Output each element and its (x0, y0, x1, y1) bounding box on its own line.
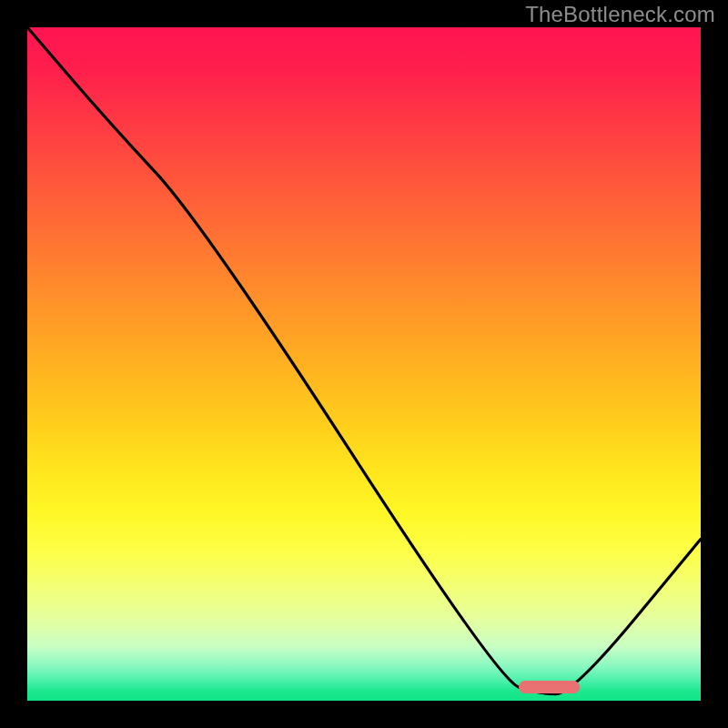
watermark-text: TheBottleneck.com (525, 2, 715, 27)
plot-area (27, 27, 701, 701)
bottleneck-curve (27, 27, 701, 701)
chart-frame: TheBottleneck.com (0, 0, 728, 728)
sweet-spot-marker (519, 681, 580, 693)
